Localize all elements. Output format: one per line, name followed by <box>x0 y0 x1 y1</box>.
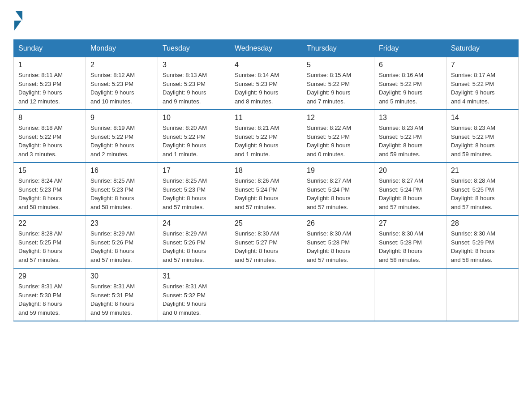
day-info: Sunrise: 8:23 AMSunset: 5:22 PMDaylight:… <box>379 124 442 158</box>
day-info: Sunrise: 8:27 AMSunset: 5:24 PMDaylight:… <box>379 176 442 211</box>
calendar-cell: 1 Sunrise: 8:11 AMSunset: 5:23 PMDayligh… <box>14 57 86 110</box>
day-info: Sunrise: 8:30 AMSunset: 5:28 PMDaylight:… <box>307 229 369 264</box>
day-header-friday: Friday <box>374 40 446 57</box>
day-number: 18 <box>235 167 297 175</box>
day-header-thursday: Thursday <box>302 40 374 57</box>
day-number: 9 <box>90 114 153 122</box>
week-row-4: 22 Sunrise: 8:28 AMSunset: 5:25 PMDaylig… <box>14 215 519 268</box>
day-info: Sunrise: 8:22 AMSunset: 5:22 PMDaylight:… <box>307 124 369 158</box>
day-info: Sunrise: 8:20 AMSunset: 5:22 PMDaylight:… <box>163 124 225 158</box>
logo-arrow-icon <box>15 11 22 21</box>
day-header-tuesday: Tuesday <box>158 40 230 57</box>
calendar-cell: 27 Sunrise: 8:30 AMSunset: 5:28 PMDaylig… <box>374 215 446 268</box>
day-number: 25 <box>235 219 297 227</box>
day-number: 7 <box>451 61 514 69</box>
logo <box>13 9 23 30</box>
calendar-cell: 21 Sunrise: 8:28 AMSunset: 5:25 PMDaylig… <box>446 163 519 215</box>
day-info: Sunrise: 8:19 AMSunset: 5:22 PMDaylight:… <box>90 124 153 158</box>
calendar-cell <box>302 268 374 321</box>
day-header-sunday: Sunday <box>14 40 86 57</box>
day-number: 30 <box>90 272 153 280</box>
calendar-table: SundayMondayTuesdayWednesdayThursdayFrid… <box>13 39 519 321</box>
day-number: 6 <box>379 61 442 69</box>
calendar-cell: 3 Sunrise: 8:13 AMSunset: 5:23 PMDayligh… <box>158 57 230 110</box>
calendar-cell: 26 Sunrise: 8:30 AMSunset: 5:28 PMDaylig… <box>302 215 374 268</box>
calendar-cell: 15 Sunrise: 8:24 AMSunset: 5:23 PMDaylig… <box>14 163 86 215</box>
day-number: 17 <box>163 167 225 175</box>
day-info: Sunrise: 8:14 AMSunset: 5:23 PMDaylight:… <box>235 71 297 106</box>
day-info: Sunrise: 8:16 AMSunset: 5:22 PMDaylight:… <box>379 71 442 106</box>
day-number: 15 <box>18 167 81 175</box>
calendar-cell: 13 Sunrise: 8:23 AMSunset: 5:22 PMDaylig… <box>374 110 446 163</box>
calendar-cell: 8 Sunrise: 8:18 AMSunset: 5:22 PMDayligh… <box>14 110 86 163</box>
day-info: Sunrise: 8:13 AMSunset: 5:23 PMDaylight:… <box>163 71 225 106</box>
day-number: 3 <box>163 61 225 69</box>
day-info: Sunrise: 8:25 AMSunset: 5:23 PMDaylight:… <box>163 176 225 211</box>
calendar-cell: 2 Sunrise: 8:12 AMSunset: 5:23 PMDayligh… <box>86 57 158 110</box>
day-number: 11 <box>235 114 297 122</box>
day-info: Sunrise: 8:31 AMSunset: 5:32 PMDaylight:… <box>163 282 225 317</box>
day-number: 24 <box>163 219 225 227</box>
day-number: 10 <box>163 114 225 122</box>
calendar-cell: 19 Sunrise: 8:27 AMSunset: 5:24 PMDaylig… <box>302 163 374 215</box>
calendar-cell <box>446 268 519 321</box>
calendar-cell: 25 Sunrise: 8:30 AMSunset: 5:27 PMDaylig… <box>230 215 302 268</box>
calendar-cell: 29 Sunrise: 8:31 AMSunset: 5:30 PMDaylig… <box>14 268 86 321</box>
calendar-cell: 14 Sunrise: 8:23 AMSunset: 5:22 PMDaylig… <box>446 110 519 163</box>
day-number: 26 <box>307 219 369 227</box>
day-info: Sunrise: 8:21 AMSunset: 5:22 PMDaylight:… <box>235 124 297 158</box>
day-number: 20 <box>379 167 442 175</box>
calendar-cell: 16 Sunrise: 8:25 AMSunset: 5:23 PMDaylig… <box>86 163 158 215</box>
calendar-cell <box>374 268 446 321</box>
day-info: Sunrise: 8:15 AMSunset: 5:22 PMDaylight:… <box>307 71 369 106</box>
day-header-saturday: Saturday <box>446 40 519 57</box>
day-info: Sunrise: 8:25 AMSunset: 5:23 PMDaylight:… <box>90 176 153 211</box>
day-info: Sunrise: 8:30 AMSunset: 5:28 PMDaylight:… <box>379 229 442 264</box>
day-info: Sunrise: 8:30 AMSunset: 5:27 PMDaylight:… <box>235 229 297 264</box>
days-header-row: SundayMondayTuesdayWednesdayThursdayFrid… <box>14 40 519 57</box>
week-row-1: 1 Sunrise: 8:11 AMSunset: 5:23 PMDayligh… <box>14 57 519 110</box>
day-number: 4 <box>235 61 297 69</box>
day-info: Sunrise: 8:26 AMSunset: 5:24 PMDaylight:… <box>235 176 297 211</box>
day-info: Sunrise: 8:31 AMSunset: 5:30 PMDaylight:… <box>18 282 81 317</box>
page-header <box>13 9 519 30</box>
day-info: Sunrise: 8:27 AMSunset: 5:24 PMDaylight:… <box>307 176 369 211</box>
day-header-wednesday: Wednesday <box>230 40 302 57</box>
day-number: 19 <box>307 167 369 175</box>
calendar-cell: 24 Sunrise: 8:29 AMSunset: 5:26 PMDaylig… <box>158 215 230 268</box>
day-number: 21 <box>451 167 514 175</box>
day-number: 28 <box>451 219 514 227</box>
day-number: 16 <box>90 167 153 175</box>
day-number: 27 <box>379 219 442 227</box>
calendar-cell: 23 Sunrise: 8:29 AMSunset: 5:26 PMDaylig… <box>86 215 158 268</box>
day-number: 31 <box>163 272 225 280</box>
calendar-cell <box>230 268 302 321</box>
calendar-cell: 5 Sunrise: 8:15 AMSunset: 5:22 PMDayligh… <box>302 57 374 110</box>
day-info: Sunrise: 8:29 AMSunset: 5:26 PMDaylight:… <box>163 229 225 264</box>
week-row-5: 29 Sunrise: 8:31 AMSunset: 5:30 PMDaylig… <box>14 268 519 321</box>
calendar-cell: 10 Sunrise: 8:20 AMSunset: 5:22 PMDaylig… <box>158 110 230 163</box>
calendar-cell: 9 Sunrise: 8:19 AMSunset: 5:22 PMDayligh… <box>86 110 158 163</box>
day-number: 1 <box>18 61 81 69</box>
day-info: Sunrise: 8:18 AMSunset: 5:22 PMDaylight:… <box>18 124 81 158</box>
day-number: 14 <box>451 114 514 122</box>
day-info: Sunrise: 8:29 AMSunset: 5:26 PMDaylight:… <box>90 229 153 264</box>
day-number: 29 <box>18 272 81 280</box>
day-info: Sunrise: 8:24 AMSunset: 5:23 PMDaylight:… <box>18 176 81 211</box>
day-info: Sunrise: 8:12 AMSunset: 5:23 PMDaylight:… <box>90 71 153 106</box>
day-info: Sunrise: 8:11 AMSunset: 5:23 PMDaylight:… <box>18 71 81 106</box>
calendar-cell: 20 Sunrise: 8:27 AMSunset: 5:24 PMDaylig… <box>374 163 446 215</box>
day-info: Sunrise: 8:23 AMSunset: 5:22 PMDaylight:… <box>451 124 514 158</box>
calendar-cell: 4 Sunrise: 8:14 AMSunset: 5:23 PMDayligh… <box>230 57 302 110</box>
calendar-cell: 28 Sunrise: 8:30 AMSunset: 5:29 PMDaylig… <box>446 215 519 268</box>
calendar-cell: 6 Sunrise: 8:16 AMSunset: 5:22 PMDayligh… <box>374 57 446 110</box>
calendar-cell: 18 Sunrise: 8:26 AMSunset: 5:24 PMDaylig… <box>230 163 302 215</box>
calendar-cell: 22 Sunrise: 8:28 AMSunset: 5:25 PMDaylig… <box>14 215 86 268</box>
day-info: Sunrise: 8:28 AMSunset: 5:25 PMDaylight:… <box>451 176 514 211</box>
week-row-3: 15 Sunrise: 8:24 AMSunset: 5:23 PMDaylig… <box>14 163 519 215</box>
day-number: 12 <box>307 114 369 122</box>
day-info: Sunrise: 8:28 AMSunset: 5:25 PMDaylight:… <box>18 229 81 264</box>
calendar-cell: 12 Sunrise: 8:22 AMSunset: 5:22 PMDaylig… <box>302 110 374 163</box>
day-number: 2 <box>90 61 153 69</box>
day-number: 22 <box>18 219 81 227</box>
